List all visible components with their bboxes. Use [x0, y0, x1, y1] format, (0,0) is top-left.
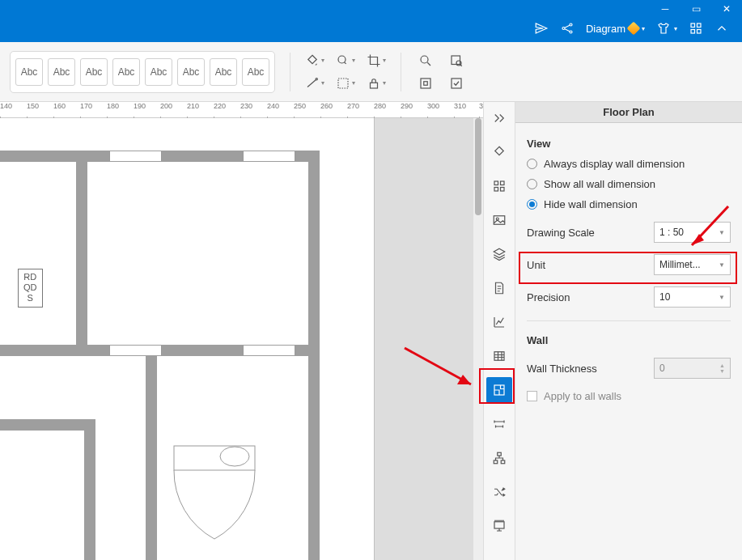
focus-icon[interactable]	[416, 75, 435, 91]
radio-always-display[interactable]: Always display wall dimension	[527, 158, 731, 170]
ruler-tick: 300	[427, 102, 439, 110]
outline-icon[interactable]: ▾	[336, 75, 355, 91]
dimension-icon[interactable]	[486, 411, 512, 437]
maximize-button[interactable]: ▭	[681, 0, 711, 18]
image-icon[interactable]	[486, 207, 512, 233]
hierarchy-icon[interactable]	[486, 445, 512, 471]
chevron-down-icon: ▼	[719, 229, 725, 236]
ruler-tick: 280	[374, 102, 386, 110]
gem-icon	[627, 22, 641, 36]
canvas-offpage	[375, 118, 483, 560]
radio-icon	[527, 199, 537, 210]
style-swatch[interactable]: Abc	[177, 58, 205, 86]
panel-title: Floor Plan	[515, 102, 742, 123]
lock-icon[interactable]: ▾	[367, 75, 386, 91]
room-label[interactable]: RD QD S	[18, 269, 43, 308]
scrollbar-thumb[interactable]	[475, 118, 481, 215]
wall-thickness-label: Wall Thickness	[527, 363, 654, 375]
apps-icon[interactable]	[689, 21, 703, 36]
radio-show-all[interactable]: Show all wall dimension	[527, 178, 731, 190]
ruler-tick: 290	[401, 102, 413, 110]
expand-panel-icon[interactable]	[486, 105, 512, 131]
separator	[290, 53, 290, 91]
wall-thickness-input[interactable]: 0 ▲▼	[654, 358, 731, 379]
table-icon[interactable]	[486, 343, 512, 369]
room-label-line: QD	[23, 282, 37, 293]
toolbar: Abc Abc Abc Abc Abc Abc Abc Abc ▾ ▾ ▾ ▾ …	[0, 42, 742, 102]
scrollbar-vertical[interactable]	[473, 118, 483, 560]
canvas-page[interactable]	[0, 118, 375, 560]
ruler-tick: 140	[0, 102, 12, 110]
divider	[527, 320, 731, 321]
ruler-tick: 250	[294, 102, 306, 110]
unit-label: Unit	[527, 259, 654, 271]
diagram-menu[interactable]: Diagram ▾	[586, 23, 645, 35]
svg-point-0	[562, 28, 565, 30]
drawing-scale-select[interactable]: 1 : 50 ▼	[654, 222, 731, 243]
search-icon[interactable]	[416, 53, 435, 69]
fill-tool-icon[interactable]	[486, 139, 512, 165]
chevron-down-icon: ▼	[719, 294, 725, 301]
style-gallery[interactable]: Abc Abc Abc Abc Abc Abc Abc Abc	[10, 51, 275, 93]
svg-rect-22	[501, 188, 505, 192]
svg-rect-12	[452, 56, 460, 65]
floorplan-icon[interactable]	[486, 377, 512, 403]
unit-select[interactable]: Millimet... ▼	[654, 254, 731, 275]
minimize-button[interactable]: ─	[650, 0, 681, 18]
apply-all-checkbox[interactable]: Apply to all walls	[527, 390, 731, 402]
view-group	[416, 53, 466, 91]
svg-rect-30	[494, 522, 504, 528]
find-replace-icon[interactable]	[447, 53, 466, 69]
style-swatch[interactable]: Abc	[242, 58, 269, 86]
svg-rect-19	[494, 181, 498, 185]
svg-rect-14	[421, 78, 430, 88]
share-icon[interactable]	[560, 21, 575, 36]
send-icon[interactable]	[534, 21, 549, 36]
spinner-icon: ▲▼	[719, 363, 725, 374]
line-icon[interactable]: ▾	[305, 75, 324, 91]
style-swatch[interactable]: Abc	[112, 58, 140, 86]
shadow-icon[interactable]: ▾	[336, 53, 355, 69]
grid-icon[interactable]	[486, 173, 512, 199]
style-swatch[interactable]: Abc	[210, 58, 237, 86]
format-group: ▾ ▾ ▾ ▾ ▾ ▾	[305, 53, 386, 91]
svg-rect-20	[501, 181, 505, 185]
precision-select[interactable]: 10 ▼	[654, 286, 731, 308]
layers-icon[interactable]	[486, 241, 512, 267]
style-swatch[interactable]: Abc	[145, 58, 172, 86]
drawing-scale-label: Drawing Scale	[527, 227, 654, 239]
svg-rect-28	[494, 460, 498, 464]
close-button[interactable]: ✕	[711, 0, 742, 18]
svg-point-1	[570, 23, 572, 26]
shuffle-icon[interactable]	[486, 479, 512, 505]
fill-icon[interactable]: ▾	[305, 53, 324, 69]
ruler-tick: 220	[214, 102, 226, 110]
svg-rect-23	[494, 216, 505, 225]
chart-icon[interactable]	[486, 309, 512, 335]
separator	[401, 53, 401, 91]
style-swatch[interactable]: Abc	[48, 58, 75, 86]
diagram-label: Diagram	[586, 23, 625, 35]
style-swatch[interactable]: Abc	[80, 58, 108, 86]
canvas-area[interactable]: 140 150 160 170 180 190 200 210 220 230 …	[0, 102, 483, 560]
precision-label: Precision	[527, 291, 654, 303]
radio-icon	[527, 179, 537, 189]
radio-label: Hide wall dimension	[544, 198, 638, 210]
spellcheck-icon[interactable]	[447, 75, 466, 91]
tshirt-icon[interactable]: ▾	[656, 21, 677, 36]
crop-icon[interactable]: ▾	[367, 53, 386, 69]
page-icon[interactable]	[486, 275, 512, 301]
collapse-icon[interactable]	[714, 21, 729, 36]
presentation-icon[interactable]	[486, 513, 512, 539]
svg-point-8	[316, 78, 317, 79]
checkbox-label: Apply to all walls	[544, 390, 621, 402]
svg-rect-21	[494, 188, 498, 192]
ruler-tick: 180	[107, 102, 119, 110]
chevron-down-icon: ▼	[719, 261, 725, 269]
select-value: 10	[659, 291, 670, 303]
view-section-title: View	[527, 138, 731, 150]
radio-hide[interactable]: Hide wall dimension	[527, 198, 731, 210]
ruler-tick: 210	[187, 102, 199, 110]
style-swatch[interactable]: Abc	[15, 58, 43, 86]
main: 140 150 160 170 180 190 200 210 220 230 …	[0, 102, 742, 560]
